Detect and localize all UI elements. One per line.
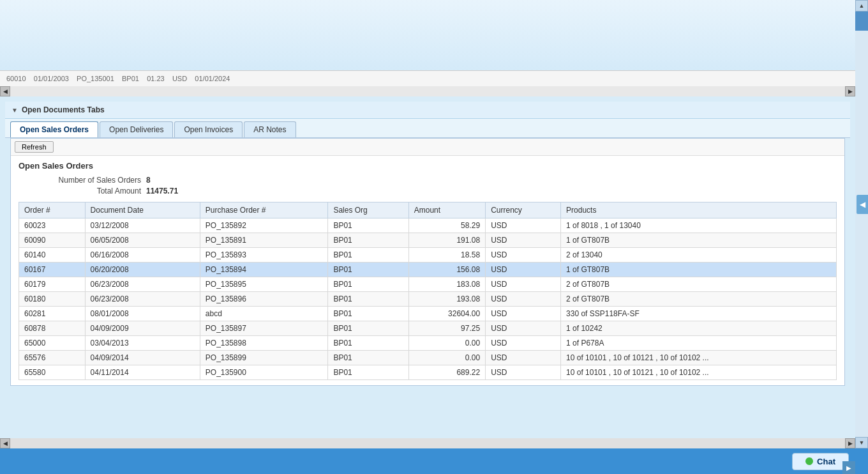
col-currency: Currency xyxy=(486,203,561,218)
section-title: Open Documents Tabs xyxy=(22,105,105,114)
table-row[interactable]: 6016706/20/2008PO_135894BP01156.08USD1 o… xyxy=(19,263,837,277)
table-row[interactable]: 6014006/16/2008PO_135893BP0118.58USD2 of… xyxy=(19,248,837,263)
refresh-bar: Refresh xyxy=(11,139,844,156)
table-row[interactable]: 6017906/23/2008PO_135895BP01183.08USD2 o… xyxy=(19,277,837,292)
top-row-data: 60010 01/01/2003 PO_135001 BP01 01.23 US… xyxy=(6,75,230,82)
table-title: Open Sales Orders xyxy=(19,161,837,171)
section-collapse-arrow[interactable]: ▼ xyxy=(11,107,18,114)
scroll-thumb[interactable] xyxy=(855,11,868,31)
corner-icon: ▶ xyxy=(842,461,855,474)
main-content: ▼ Open Documents Tabs Open Sales Orders … xyxy=(0,96,855,448)
tab-open-sales-orders[interactable]: Open Sales Orders xyxy=(10,121,98,137)
col-sales-org: Sales Org xyxy=(328,203,408,218)
table-row[interactable]: 6002303/12/2008PO_135892BP0158.29USD1 of… xyxy=(19,218,837,233)
table-row[interactable]: 6500003/04/2013PO_135898BP010.00USD1 of … xyxy=(19,336,837,351)
col-po-num: Purchase Order # xyxy=(200,203,328,218)
right-scrollbar[interactable]: ▲ ▼ xyxy=(855,0,868,448)
bottom-scroll-left[interactable]: ◀ xyxy=(0,438,10,448)
col-amount: Amount xyxy=(408,203,485,218)
table-row[interactable]: 6087804/09/2009PO_135897BP0197.25USD1 of… xyxy=(19,321,837,336)
table-section: Open Sales Orders Number of Sales Orders… xyxy=(11,156,844,385)
top-scrollbar[interactable]: ◀ ▶ xyxy=(0,86,855,96)
bottom-scrollbar[interactable]: ◀ ▶ xyxy=(0,438,855,448)
summary-total-row: Total Amount 11475.71 xyxy=(19,187,837,195)
col-order-num: Order # xyxy=(19,203,86,218)
summary-table: Number of Sales Orders 8 Total Amount 11… xyxy=(19,176,837,195)
tabs-bar: Open Sales Orders Open Deliveries Open I… xyxy=(5,119,850,138)
corner-symbol: ▶ xyxy=(846,464,851,471)
table-row[interactable]: 6028108/01/2008abcdBP0132604.00USD330 of… xyxy=(19,307,837,321)
table-row[interactable]: 6018006/23/2008PO_135896BP01193.08USD2 o… xyxy=(19,292,837,307)
scroll-left-arrow[interactable]: ◀ xyxy=(0,86,10,96)
num-sales-orders-label: Number of Sales Orders xyxy=(19,176,146,185)
tab-content: Refresh Open Sales Orders Number of Sale… xyxy=(10,138,845,386)
col-products: Products xyxy=(561,203,837,218)
scroll-right-arrow[interactable]: ▶ xyxy=(845,86,855,96)
num-sales-orders-value: 8 xyxy=(146,176,151,185)
scroll-up-arrow[interactable]: ▲ xyxy=(855,0,868,11)
chat-status-icon xyxy=(805,457,813,465)
bottom-scroll-right[interactable]: ▶ xyxy=(845,438,855,448)
table-header-row: Order # Document Date Purchase Order # S… xyxy=(19,203,837,218)
tab-open-deliveries[interactable]: Open Deliveries xyxy=(100,121,173,137)
tab-ar-notes[interactable]: AR Notes xyxy=(244,121,296,137)
scroll-track[interactable] xyxy=(10,86,845,96)
expand-panel-arrow[interactable]: ◀ xyxy=(857,195,868,214)
total-amount-label: Total Amount xyxy=(19,187,146,195)
chat-label: Chat xyxy=(817,457,835,466)
open-documents-section: ▼ Open Documents Tabs Open Sales Orders … xyxy=(5,102,850,386)
scroll-track-right xyxy=(855,31,868,437)
table-row[interactable]: 6558004/11/2014PO_135900BP01689.22USD10 … xyxy=(19,365,837,380)
scroll-down-arrow[interactable]: ▼ xyxy=(855,437,868,448)
top-row: 60010 01/01/2003 PO_135001 BP01 01.23 US… xyxy=(0,70,855,86)
tab-open-invoices[interactable]: Open Invoices xyxy=(174,121,243,137)
col-doc-date: Document Date xyxy=(85,203,200,218)
total-amount-value: 11475.71 xyxy=(146,187,178,195)
table-row[interactable]: 6009006/05/2008PO_135891BP01191.08USD1 o… xyxy=(19,233,837,248)
sales-orders-table: Order # Document Date Purchase Order # S… xyxy=(19,202,837,380)
chat-button[interactable]: Chat xyxy=(792,453,849,470)
summary-num-row: Number of Sales Orders 8 xyxy=(19,176,837,185)
refresh-button[interactable]: Refresh xyxy=(15,141,54,153)
table-row[interactable]: 6557604/09/2014PO_135899BP010.00USD10 of… xyxy=(19,351,837,365)
section-header: ▼ Open Documents Tabs xyxy=(5,102,850,119)
bottom-bar: Chat xyxy=(0,448,868,474)
